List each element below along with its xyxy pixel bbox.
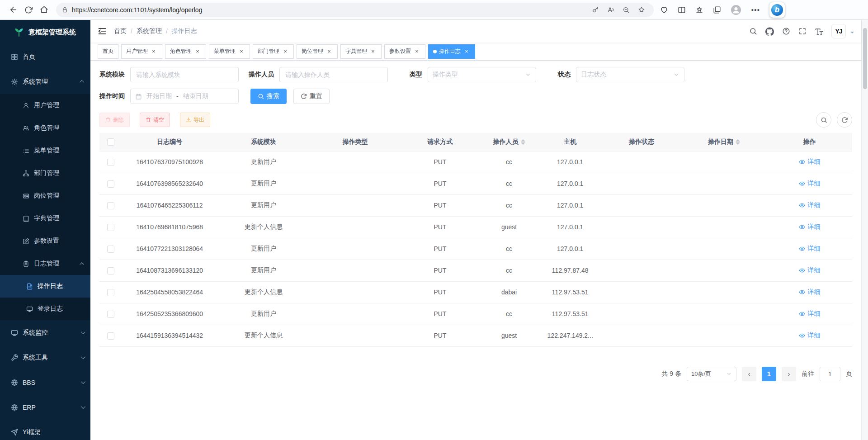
clear-button[interactable]: 清空 [140,113,170,127]
row-checkbox[interactable] [107,332,114,340]
row-checkbox[interactable] [107,311,114,318]
favorites-bar-icon[interactable] [695,6,703,14]
col-date[interactable]: 操作日期 [681,133,767,151]
sidebar-item-role-management[interactable]: 角色管理 [0,117,90,139]
sidebar-item-user-management[interactable]: 用户管理 [0,94,90,117]
sort-icons[interactable] [736,139,740,145]
detail-link[interactable]: 详细 [799,201,820,209]
read-aloud-icon[interactable] [604,3,618,17]
font-size-icon[interactable] [815,27,823,36]
sidebar-item-erp[interactable]: ERP [0,395,90,420]
sidebar-fold-icon[interactable] [98,27,107,36]
detail-link[interactable]: 详细 [799,310,820,318]
collections-icon[interactable] [713,6,721,14]
row-checkbox[interactable] [107,202,114,209]
sidebar-item-system-tools[interactable]: 系统工具 [0,345,90,370]
prev-page-button[interactable]: ‹ [742,367,756,381]
fullscreen-icon[interactable] [798,27,807,35]
scrollbar-thumb[interactable] [863,28,867,89]
breadcrumb-home[interactable]: 首页 [114,27,127,35]
home-button[interactable] [36,2,52,18]
sidebar-item-operation-log[interactable]: 操作日志 [0,275,90,298]
detail-link[interactable]: 详细 [799,245,820,253]
tab[interactable]: 操作日志 × [428,44,475,59]
breadcrumb-system[interactable]: 系统管理 [137,27,162,35]
close-icon[interactable]: × [413,48,420,55]
row-checkbox[interactable] [107,224,114,231]
status-select[interactable]: 日志状态 [576,67,684,82]
detail-link[interactable]: 详细 [799,288,820,296]
sidebar-item-home[interactable]: 首页 [0,44,90,69]
sidebar-item-dept-management[interactable]: 部门管理 [0,162,90,185]
detail-link[interactable]: 详细 [799,331,820,340]
tab[interactable]: 字典管理 × [340,44,382,59]
tab[interactable]: 岗位管理 × [297,44,338,59]
close-icon[interactable]: × [238,48,245,55]
delete-button[interactable]: 删除 [99,113,130,127]
profile-avatar[interactable] [731,5,741,15]
user-avatar[interactable]: YJ [831,24,846,38]
help-icon[interactable] [782,27,790,35]
operator-input[interactable] [279,67,388,82]
row-checkbox[interactable] [107,289,114,296]
tab[interactable]: 部门管理 × [253,44,294,59]
date-range-picker[interactable]: 开始日期 - 结束日期 [130,89,239,104]
row-checkbox[interactable] [107,246,114,253]
tab[interactable]: 菜单管理 × [209,44,250,59]
detail-link[interactable]: 详细 [799,180,820,188]
close-icon[interactable]: × [369,48,377,55]
sidebar-item-post-management[interactable]: 岗位管理 [0,185,90,207]
close-icon[interactable]: × [194,48,201,55]
back-button[interactable] [5,2,21,18]
copilot-bing-icon[interactable]: b [769,2,785,18]
refresh-button[interactable] [21,2,36,18]
col-operator[interactable]: 操作人员 [480,133,538,151]
sidebar-item-menu-management[interactable]: 菜单管理 [0,139,90,162]
zoom-indicator-icon[interactable] [619,3,633,17]
toggle-search-button[interactable] [816,112,831,128]
password-key-icon[interactable] [589,3,602,17]
sidebar-item-login-log[interactable]: 登录日志 [0,298,90,320]
close-icon[interactable]: × [463,48,470,55]
search-button[interactable]: 搜索 [250,89,287,104]
detail-link[interactable]: 详细 [799,266,820,274]
sidebar-item-system-management[interactable]: 系统管理 [0,69,90,94]
goto-page-input[interactable] [820,367,840,381]
detail-link[interactable]: 详细 [799,223,820,231]
reset-button[interactable]: 重置 [293,89,330,104]
close-icon[interactable]: × [282,48,289,55]
type-select[interactable]: 操作类型 [428,67,536,82]
page-size-select[interactable]: 10条/页 [687,367,736,381]
close-icon[interactable]: × [326,48,333,55]
split-screen-icon[interactable] [678,6,686,14]
more-menu-icon[interactable]: ⋯ [751,5,760,15]
sidebar-item-dict-management[interactable]: 字典管理 [0,207,90,230]
tab[interactable]: 首页 [98,44,118,59]
select-all-checkbox[interactable] [107,138,114,146]
detail-link[interactable]: 详细 [799,158,820,166]
sidebar-item-system-monitor[interactable]: 系统监控 [0,320,90,345]
sidebar-item-log-management[interactable]: 日志管理 [0,252,90,275]
export-button[interactable]: 导出 [180,113,210,127]
row-checkbox[interactable] [107,180,114,188]
sidebar-item-bbs[interactable]: BBS [0,370,90,395]
row-checkbox[interactable] [107,267,114,274]
module-input[interactable] [130,67,239,82]
page-scrollbar[interactable] [861,20,868,440]
url-bar[interactable]: https://ccnetcore.com:1101/system/log/op… [56,3,654,17]
page-1-button[interactable]: 1 [762,367,776,381]
sidebar-item-yi-framework[interactable]: Yi框架 [0,420,90,440]
next-page-button[interactable]: › [782,367,796,381]
close-icon[interactable]: × [150,48,157,55]
sort-icons[interactable] [521,139,525,145]
github-icon[interactable] [765,27,774,36]
sidebar-item-param-settings[interactable]: 参数设置 [0,230,90,252]
search-icon[interactable] [749,27,757,35]
tab[interactable]: 用户管理 × [121,44,162,59]
tab[interactable]: 参数设置 × [384,44,425,59]
add-favorite-icon[interactable] [635,3,648,17]
browser-essentials-icon[interactable] [660,6,668,14]
refresh-table-button[interactable] [837,112,852,128]
tab[interactable]: 角色管理 × [165,44,206,59]
row-checkbox[interactable] [107,159,114,166]
